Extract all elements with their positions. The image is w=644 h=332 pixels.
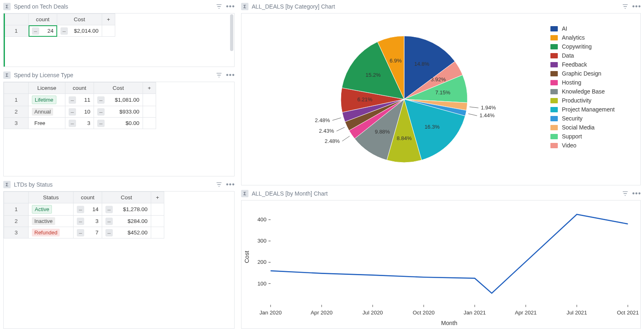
filter-icon[interactable] — [621, 189, 629, 198]
legend-label: Hosting — [562, 79, 581, 86]
legend-swatch — [550, 80, 558, 85]
cell-count[interactable]: –3 — [74, 216, 102, 227]
cell-count[interactable]: –24 — [29, 25, 57, 37]
panel-header-license: Σ Spend by License Type ••• — [3, 70, 235, 82]
legend-item[interactable]: Knowledge Base — [550, 87, 640, 96]
legend-item[interactable]: Security — [550, 114, 640, 123]
pie-slice-label: 2.43% — [319, 128, 334, 134]
legend-item[interactable]: Productivity — [550, 96, 640, 105]
expand-icon[interactable]: – — [77, 229, 84, 236]
filter-icon[interactable] — [621, 2, 629, 11]
more-icon[interactable]: ••• — [226, 71, 235, 79]
legend-item[interactable]: Analytics — [550, 33, 640, 42]
row-number[interactable]: 3 — [4, 118, 29, 129]
pie-slice-label: 8.84% — [397, 135, 412, 141]
expand-icon[interactable]: – — [69, 120, 76, 127]
cell-cost[interactable]: –$1,081.00 — [94, 94, 143, 106]
cell-count[interactable]: –7 — [74, 227, 102, 238]
cell-license[interactable]: Lifetime — [29, 94, 65, 106]
legend-item[interactable]: Graphic Design — [550, 69, 640, 78]
row-number[interactable]: 1 — [4, 203, 29, 216]
row-number[interactable]: 1 — [4, 25, 29, 37]
col-license[interactable]: License — [29, 82, 65, 94]
legend-item[interactable]: Copywriting — [550, 42, 640, 51]
legend-item[interactable]: Feedback — [550, 60, 640, 69]
legend-label: Project Management — [562, 106, 615, 113]
cell-count[interactable]: –14 — [74, 203, 102, 216]
legend-item[interactable]: Data — [550, 51, 640, 60]
line-series[interactable] — [271, 214, 628, 293]
panel-title: Spend on Tech Deals — [14, 3, 212, 10]
legend-item[interactable]: Hosting — [550, 78, 640, 87]
expand-icon[interactable]: – — [77, 206, 84, 213]
col-cost[interactable]: Cost — [57, 14, 102, 25]
cell-license[interactable]: Annual — [29, 106, 65, 118]
expand-icon[interactable]: – — [105, 229, 113, 236]
cell-license[interactable]: Free — [29, 118, 65, 129]
legend-item[interactable]: Social Media — [550, 123, 640, 132]
expand-icon[interactable]: – — [60, 27, 68, 35]
expand-icon[interactable]: – — [97, 108, 105, 116]
cell-count[interactable]: –11 — [65, 94, 94, 106]
cell-cost[interactable]: –$284.00 — [102, 216, 151, 227]
cell-cost[interactable]: –$452.00 — [102, 227, 151, 238]
col-count[interactable]: count — [74, 192, 102, 203]
filter-icon[interactable] — [215, 2, 223, 11]
x-axis-label: Month — [441, 319, 458, 326]
more-icon[interactable]: ••• — [226, 2, 235, 11]
expand-icon[interactable]: – — [97, 120, 105, 127]
col-count[interactable]: count — [65, 82, 94, 94]
pie-slice-label: 1.94% — [481, 105, 496, 111]
panel-header-month-chart: Σ ALL_DEALS [by Month] Chart ••• — [241, 189, 641, 200]
legend-item[interactable]: Support — [550, 132, 640, 141]
table-license[interactable]: License count Cost + 1Lifetime–11–$1,081… — [3, 82, 235, 176]
expand-icon[interactable]: – — [77, 218, 84, 225]
pie-chart[interactable]: 14.8%3.92%7.15%1.94%1.44%16.3%8.84%9.88%… — [241, 13, 641, 185]
legend-label: Feedback — [562, 61, 587, 68]
table-tech-deals[interactable]: count Cost + 1 –24 –$2,014.00 — [3, 13, 235, 67]
filter-icon[interactable] — [215, 180, 223, 189]
pie-slice-label: 2.48% — [315, 117, 330, 123]
col-cost[interactable]: Cost — [102, 192, 151, 203]
scrollbar[interactable] — [230, 14, 233, 51]
cell-status[interactable]: Refunded — [29, 227, 74, 238]
row-number[interactable]: 3 — [4, 227, 29, 238]
cell-cost[interactable]: –$1,278.00 — [102, 203, 151, 216]
more-icon[interactable]: ••• — [633, 2, 641, 11]
add-column-button[interactable]: + — [151, 192, 164, 203]
legend-item[interactable]: Video — [550, 141, 640, 150]
legend-item[interactable]: Project Management — [550, 105, 640, 114]
cell-cost[interactable]: –$2,014.00 — [57, 25, 102, 37]
line-chart[interactable]: 100200300400Jan 2020Apr 2020Jul 2020Oct … — [241, 200, 641, 329]
more-icon[interactable]: ••• — [633, 189, 641, 198]
cell-status[interactable]: Inactive — [29, 216, 74, 227]
row-number[interactable]: 1 — [4, 94, 29, 106]
more-icon[interactable]: ••• — [226, 180, 235, 189]
expand-icon[interactable]: – — [32, 27, 39, 35]
x-tick-label: Jan 2020 — [259, 309, 282, 315]
add-column-button[interactable]: + — [102, 14, 115, 25]
filter-icon[interactable] — [215, 71, 223, 79]
pie-slice-label: 9.88% — [375, 129, 390, 135]
y-tick-label: 300 — [257, 238, 266, 244]
cell-count[interactable]: –10 — [65, 106, 94, 118]
cell-cost[interactable]: –$0.00 — [94, 118, 143, 129]
expand-icon[interactable]: – — [69, 96, 76, 104]
col-cost[interactable]: Cost — [94, 82, 143, 94]
row-number[interactable]: 2 — [4, 106, 29, 118]
col-status[interactable]: Status — [29, 192, 74, 203]
expand-icon[interactable]: – — [69, 108, 76, 116]
sigma-icon: Σ — [3, 3, 11, 10]
cell-status[interactable]: Active — [29, 203, 74, 216]
cell-count[interactable]: –3 — [65, 118, 94, 129]
expand-icon[interactable]: – — [105, 218, 113, 225]
cell-cost[interactable]: –$933.00 — [94, 106, 143, 118]
pie-slice-label: 15.2% — [366, 72, 381, 78]
expand-icon[interactable]: – — [105, 206, 113, 213]
row-number[interactable]: 2 — [4, 216, 29, 227]
legend-item[interactable]: AI — [550, 24, 640, 33]
col-count[interactable]: count — [29, 14, 57, 25]
expand-icon[interactable]: – — [97, 96, 105, 104]
add-column-button[interactable]: + — [143, 82, 156, 94]
table-status[interactable]: Status count Cost + 1Active–14–$1,278.00… — [3, 191, 235, 329]
